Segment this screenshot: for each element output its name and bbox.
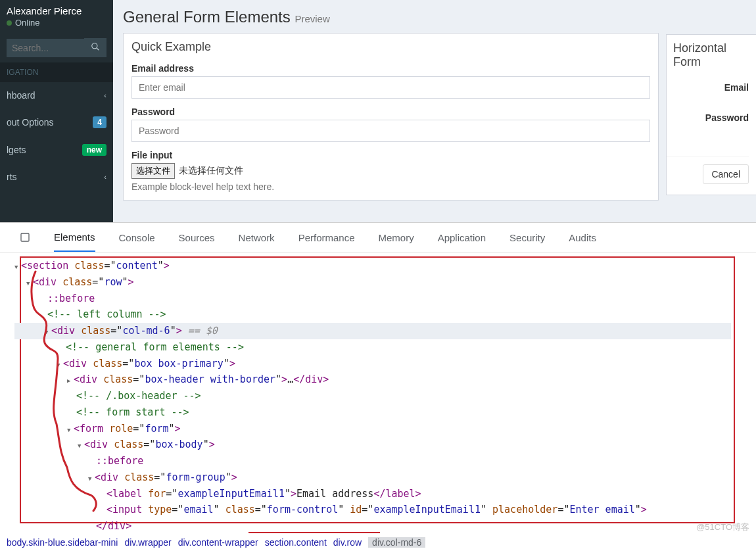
email-label: Email address xyxy=(131,63,650,74)
h-password-label: Password xyxy=(667,112,749,123)
tab-application[interactable]: Application xyxy=(438,232,486,243)
sidebar-item-label: out Options xyxy=(7,117,54,128)
devtools-tabs: Elements Console Sources Network Perform… xyxy=(0,223,756,252)
sidebar-item-widgets[interactable]: lgets new xyxy=(0,136,113,164)
user-name: Alexander Pierce xyxy=(7,5,106,16)
tab-sources[interactable]: Sources xyxy=(179,232,215,243)
nav-header: IGATION xyxy=(0,62,113,82)
elements-tree[interactable]: <section class="content"> <div class="ro… xyxy=(0,252,756,522)
file-status-text: 未选择任何文件 xyxy=(179,165,243,177)
email-field[interactable] xyxy=(131,76,650,99)
sidebar-item-charts[interactable]: rts ‹ xyxy=(0,164,113,190)
sidebar-item-dashboard[interactable]: hboard ‹ xyxy=(0,82,113,108)
tab-network[interactable]: Network xyxy=(239,232,275,243)
form-group-file: File input 选择文件 未选择任何文件 Example block-le… xyxy=(131,150,650,192)
chevron-left-icon: ‹ xyxy=(104,173,106,181)
file-label: File input xyxy=(131,150,650,160)
tab-security[interactable]: Security xyxy=(509,232,545,243)
svg-point-0 xyxy=(92,43,97,49)
file-input-wrap: 选择文件 未选择任何文件 xyxy=(131,163,650,179)
main-content: General Form Elements Preview Quick Exam… xyxy=(113,0,756,222)
sidebar-item-label: hboard xyxy=(7,90,35,101)
badge-new: new xyxy=(82,144,106,156)
horizontal-form-box: Horizontal Form Email Password Cancel xyxy=(666,34,756,195)
page-title-text: General Form Elements xyxy=(123,8,291,26)
tab-console[interactable]: Console xyxy=(119,232,155,243)
password-label: Password xyxy=(131,107,650,117)
bc-item-active[interactable]: div.col-md-6 xyxy=(368,537,425,548)
chevron-left-icon: ‹ xyxy=(104,91,106,99)
badge: 4 xyxy=(93,116,106,128)
h-email-label: Email xyxy=(667,82,749,93)
box-body: Email address Password File input 选择文件 未… xyxy=(124,60,658,200)
devtools: Elements Console Sources Network Perform… xyxy=(0,222,756,549)
tab-performance[interactable]: Performance xyxy=(298,232,355,243)
devtools-breadcrumb[interactable]: body.skin-blue.sidebar-mini div.wrapper … xyxy=(5,536,427,549)
quick-example-box: Quick Example Email address Password Fil… xyxy=(123,33,659,201)
sidebar: Alexander Pierce Online IGATION hboard ‹… xyxy=(0,0,113,222)
tab-memory[interactable]: Memory xyxy=(379,232,414,243)
page-title: General Form Elements Preview xyxy=(123,8,746,26)
bc-item[interactable]: div.wrapper xyxy=(124,537,171,548)
bc-item[interactable]: div.row xyxy=(333,537,362,548)
bc-item[interactable]: div.content-wrapper xyxy=(178,537,258,548)
search-icon xyxy=(91,42,100,51)
inspect-icon[interactable] xyxy=(20,232,30,243)
annotation-underline xyxy=(248,532,380,533)
user-status: Online xyxy=(7,18,106,28)
status-text: Online xyxy=(15,18,40,28)
sidebar-item-label: rts xyxy=(7,172,17,182)
file-choose-button[interactable]: 选择文件 xyxy=(131,163,175,179)
watermark: @51CTO博客 xyxy=(696,521,749,533)
search-button[interactable] xyxy=(84,38,106,57)
page-subtitle: Preview xyxy=(295,13,329,24)
sidebar-search xyxy=(0,33,113,62)
svg-rect-2 xyxy=(21,233,29,241)
sidebar-item-label: lgets xyxy=(7,145,26,155)
search-input[interactable] xyxy=(7,39,84,57)
bc-item[interactable]: body.skin-blue.sidebar-mini xyxy=(7,537,118,548)
bc-item[interactable]: section.content xyxy=(265,537,327,548)
help-text: Example block-level help text here. xyxy=(131,181,650,192)
cancel-button[interactable]: Cancel xyxy=(703,164,749,184)
svg-line-1 xyxy=(97,48,99,51)
horizontal-form-title: Horizontal Form xyxy=(667,41,749,69)
sidebar-item-layout[interactable]: out Options 4 xyxy=(0,108,113,136)
tab-audits[interactable]: Audits xyxy=(569,232,596,243)
form-group-password: Password xyxy=(131,107,650,142)
form-group-email: Email address xyxy=(131,63,650,99)
password-field[interactable] xyxy=(131,120,650,142)
status-dot-icon xyxy=(7,20,12,26)
user-panel: Alexander Pierce Online xyxy=(0,0,113,33)
tab-elements[interactable]: Elements xyxy=(54,231,95,252)
box-title: Quick Example xyxy=(124,34,658,60)
